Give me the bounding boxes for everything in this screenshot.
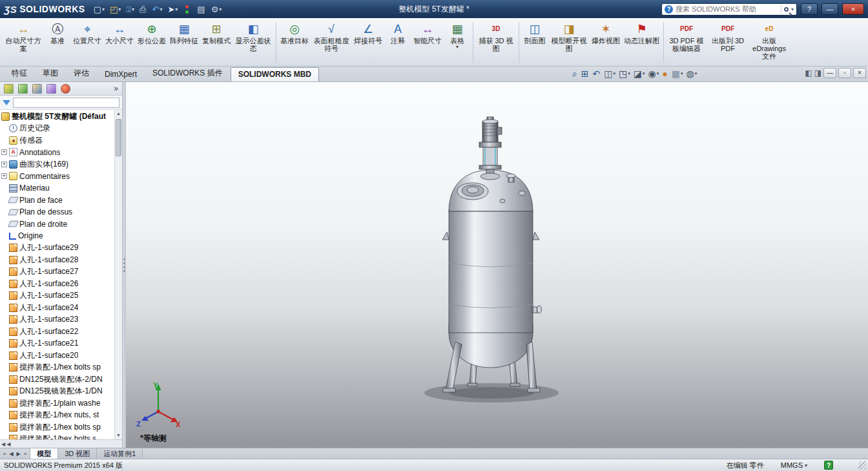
configurationmanager-tab-icon[interactable]: [32, 84, 42, 94]
tree-filter-input[interactable]: [13, 98, 119, 108]
surface-finish-symbol-button[interactable]: √ 表面粗糙度符号: [311, 19, 352, 65]
tree-item[interactable]: 搅拌装配-1/hex bolts sp: [1, 362, 122, 374]
command-tab[interactable]: SOLIDWORKS 插件: [145, 65, 231, 81]
pane-right-icon[interactable]: ◨: [814, 68, 822, 78]
tree-item[interactable]: Plan de face: [1, 194, 122, 207]
ribbon-item[interactable]: [663, 22, 664, 63]
unit-system-selector[interactable]: MMGS ▾: [781, 461, 807, 469]
view-orientation-button[interactable]: ◳ ▾: [617, 68, 632, 79]
ribbon-item[interactable]: [519, 22, 519, 63]
tree-item[interactable]: Origine: [1, 230, 122, 242]
tree-item[interactable]: 人孔-1-surface25: [1, 290, 122, 302]
minimize-document-button[interactable]: —: [823, 68, 836, 78]
ribbon-item[interactable]: [473, 22, 473, 63]
tree-item[interactable]: 搅拌装配-1/plain washe: [1, 397, 122, 410]
tree-item[interactable]: + Annotations: [1, 147, 122, 159]
tab-nav-icon[interactable]: »: [23, 451, 28, 457]
dropdown-caret-icon[interactable]: ▾: [657, 71, 659, 76]
show-tolerance-status-button[interactable]: ◧ 显示公差状态: [232, 19, 274, 65]
tree-vertical-scrollbar[interactable]: ▲ ▼: [114, 110, 122, 439]
close-document-button[interactable]: ×: [853, 68, 866, 78]
search-input[interactable]: [676, 5, 778, 13]
tree-item[interactable]: 搅拌装配-1/hex nuts, st: [1, 410, 122, 422]
dynamic-annotation-views-button[interactable]: ⚑ 动态注解图: [622, 19, 661, 65]
filter-funnel-icon[interactable]: [3, 100, 10, 105]
command-tab[interactable]: DimXpert: [97, 67, 145, 81]
scroll-left-icon[interactable]: ◀: [1, 441, 5, 448]
auto-dimension-scheme-button[interactable]: ↔ 自动尺寸方案: [3, 19, 44, 65]
command-tab[interactable]: 草图: [35, 65, 66, 81]
display-style-button[interactable]: ◪ ▾: [632, 68, 646, 79]
pane-left-icon[interactable]: ◧: [805, 68, 812, 78]
weld-symbol-button[interactable]: ∠ 焊接符号: [352, 19, 384, 65]
tree-item[interactable]: 人孔-1-surface24: [1, 302, 122, 314]
capture-3d-view-button[interactable]: 3D 捕获 3D 视图: [475, 19, 517, 65]
tree-item[interactable]: Plan de dessus: [1, 206, 122, 218]
displaymanager-tab-icon[interactable]: [61, 84, 70, 94]
tree-item[interactable]: 搅拌装配-1/hex bolts sp: [1, 421, 122, 434]
dropdown-caret-icon[interactable]: ▾: [614, 71, 616, 76]
dropdown-caret-icon[interactable]: ▾: [628, 71, 630, 76]
dropdown-caret-icon[interactable]: ▾: [681, 71, 683, 76]
tab-nav-icon[interactable]: «: [2, 451, 7, 457]
rebuild-button[interactable]: [181, 2, 194, 16]
ribbon-item[interactable]: [276, 22, 276, 63]
note-button[interactable]: A 注释: [384, 19, 411, 65]
tree-item[interactable]: 历史记录: [1, 123, 122, 135]
scrollbar-thumb[interactable]: [116, 119, 121, 156]
tree-item[interactable]: DN125视镜装配体-1/DN: [1, 386, 122, 398]
apply-scene-button[interactable]: ▦ ▾: [670, 68, 685, 79]
expand-toggle-icon[interactable]: +: [1, 173, 7, 179]
help-button[interactable]: ?: [801, 3, 818, 15]
zoom-fit-button[interactable]: ⌕: [571, 68, 579, 79]
save-button[interactable]: ⍗ ▾: [124, 2, 136, 16]
previous-view-button[interactable]: ↶: [592, 68, 603, 79]
datum-button[interactable]: Ⓐ 基准: [44, 19, 71, 65]
smart-dimension-button[interactable]: ↔ 智能尺寸: [411, 19, 444, 65]
featuremanager-tab-icon[interactable]: [4, 84, 14, 94]
tree-item[interactable]: + 曲面实体(169): [1, 158, 122, 171]
restore-document-button[interactable]: ▫: [838, 68, 851, 78]
scroll-up-icon[interactable]: ▲: [115, 110, 122, 118]
dropdown-caret-icon[interactable]: ▾: [102, 6, 105, 12]
options-button[interactable]: ⚙ ▾: [209, 2, 224, 16]
dimxpertmanager-tab-icon[interactable]: [46, 84, 56, 94]
tree-item[interactable]: Materiau: [1, 182, 122, 194]
tree-item[interactable]: 人孔-1-surface29: [1, 242, 122, 255]
tree-item[interactable]: 搅拌装配-1/hex bolts s: [1, 434, 122, 440]
close-window-button[interactable]: ×: [842, 3, 864, 15]
hide-show-items-button[interactable]: ◉ ▾: [647, 68, 661, 79]
document-tab[interactable]: 3D 视图: [58, 448, 97, 459]
dropdown-caret-icon[interactable]: ▾: [175, 6, 178, 12]
location-dimension-button[interactable]: ⌖ 位置尺寸: [71, 19, 103, 65]
tab-nav-icon[interactable]: ▶: [16, 451, 22, 457]
quick-tips-help-button[interactable]: ?: [824, 461, 833, 470]
copy-scheme-button[interactable]: ⊞ 复制模式: [200, 19, 232, 65]
datum-target-button[interactable]: ◎ 基准目标: [278, 19, 311, 65]
dropdown-caret-icon[interactable]: ▾: [695, 71, 698, 76]
pattern-feature-button[interactable]: ▦ 阵列特征: [168, 19, 200, 65]
open-document-button[interactable]: ◰ ▾: [108, 2, 123, 16]
tree-root-item[interactable]: 整机模型 5T发酵罐 (Défaut: [1, 110, 122, 123]
file-properties-button[interactable]: ▤: [195, 2, 207, 16]
tree-item[interactable]: Plan de droite: [1, 218, 122, 231]
dropdown-caret-icon[interactable]: ▾: [132, 6, 134, 12]
tree-item[interactable]: 人孔-1-surface20: [1, 350, 122, 362]
minimize-window-button[interactable]: —: [822, 3, 838, 15]
command-tab[interactable]: 评估: [66, 65, 97, 81]
view-settings-button[interactable]: ◍ ▾: [685, 68, 699, 79]
tab-nav-icon[interactable]: ◀: [8, 451, 14, 457]
tree-item[interactable]: 人孔-1-surface26: [1, 278, 122, 290]
tree-item[interactable]: DN125视镜装配体-2/DN: [1, 373, 122, 386]
tree-item[interactable]: 人孔-1-surface27: [1, 266, 122, 278]
dropdown-caret-icon[interactable]: ▾: [160, 6, 162, 12]
undo-button[interactable]: ↶ ▾: [150, 2, 164, 16]
expand-toggle-icon[interactable]: +: [1, 162, 7, 167]
help-search-box[interactable]: ? ▾: [661, 3, 797, 16]
dropdown-caret-icon[interactable]: ▾: [643, 71, 645, 76]
section-view-button[interactable]: ◫ 剖面图: [521, 19, 548, 65]
document-tab[interactable]: 模型: [30, 448, 58, 459]
search-icon[interactable]: [784, 7, 789, 12]
publish-edrawings-file-button[interactable]: eD 出版 eDrawings 文件: [749, 19, 790, 65]
search-caret-icon[interactable]: ▾: [791, 6, 794, 12]
